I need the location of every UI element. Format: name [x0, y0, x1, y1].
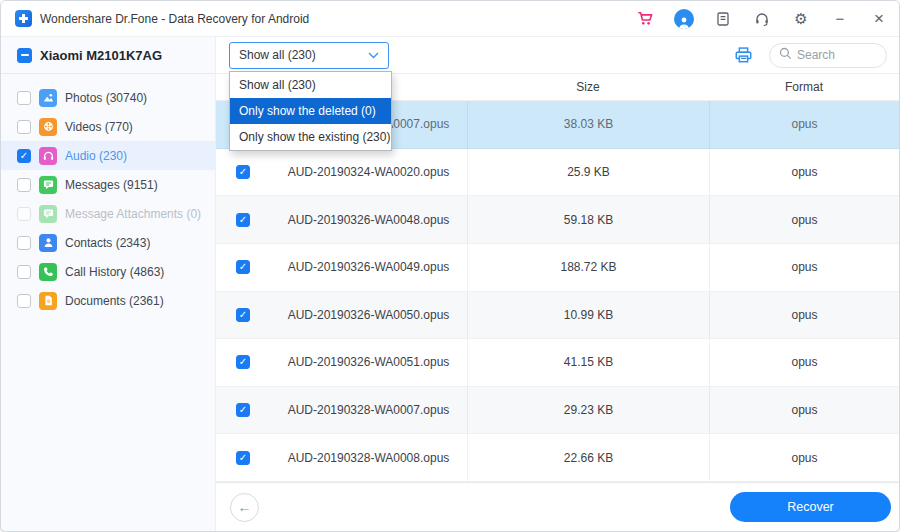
filter-dropdown-value: Show all (230) [239, 48, 316, 62]
sidebar-item-photos[interactable]: Photos (30740) [1, 83, 215, 112]
audio-icon [39, 147, 57, 165]
footer-bar: ← Recover [216, 482, 899, 531]
gear-icon[interactable]: ⚙ [791, 9, 811, 29]
table-row[interactable]: AUD-20190324-WA0020.opus25.9 KBopus [216, 149, 899, 197]
filter-dropdown[interactable]: Show all (230) [229, 42, 389, 69]
filter-menu-item[interactable]: Only show the deleted (0) [230, 98, 391, 124]
file-format: opus [709, 434, 899, 481]
file-name: AUD-20190326-WA0048.opus [270, 213, 467, 227]
table-row[interactable]: AUD-20190326-WA0051.opus41.15 KBopus [216, 339, 899, 387]
row-checkbox[interactable] [236, 213, 250, 227]
file-name: AUD-20190328-WA0007.opus [270, 403, 467, 417]
row-check-cell [216, 451, 270, 465]
category-list: Photos (30740)Videos (770)Audio (230)Mes… [1, 74, 215, 315]
row-checkbox[interactable] [236, 308, 250, 322]
messages-checkbox[interactable] [17, 178, 31, 192]
device-row: Xiaomi M2101K7AG [1, 37, 215, 74]
chevron-down-icon [368, 52, 379, 59]
sidebar-item-label: Contacts (2343) [65, 236, 150, 250]
sidebar-item-label: Call History (4863) [65, 265, 164, 279]
file-size: 41.15 KB [467, 339, 709, 386]
videos-checkbox[interactable] [17, 120, 31, 134]
device-name: Xiaomi M2101K7AG [40, 48, 162, 63]
file-name: AUD-20190326-WA0051.opus [270, 355, 467, 369]
file-format: opus [709, 292, 899, 339]
sidebar-item-documents[interactable]: Documents (2361) [1, 286, 215, 315]
back-button[interactable]: ← [230, 493, 259, 522]
file-size: 188.72 KB [467, 244, 709, 291]
row-check-cell [216, 165, 270, 179]
file-format: opus [709, 101, 899, 148]
sidebar-item-label: Videos (770) [65, 120, 133, 134]
main-body: Xiaomi M2101K7AG Photos (30740)Videos (7… [1, 37, 899, 531]
file-format: opus [709, 149, 899, 196]
sidebar-item-message-attachments[interactable]: Message Attachments (0) [1, 199, 215, 228]
file-name: AUD-20190326-WA0050.opus [270, 308, 467, 322]
search-input[interactable]: Search [769, 43, 887, 68]
file-size: 10.99 KB [467, 292, 709, 339]
table-row[interactable]: AUD-20190328-WA0008.opus22.66 KBopus [216, 434, 899, 482]
row-checkbox[interactable] [236, 355, 250, 369]
table-row[interactable]: AUD-20190326-WA0049.opus188.72 KBopus [216, 244, 899, 292]
call-icon [39, 263, 57, 281]
headset-icon[interactable] [752, 9, 772, 29]
filter-menu-item[interactable]: Only show the existing (230) [230, 124, 391, 150]
search-placeholder: Search [797, 48, 835, 62]
videos-icon [39, 118, 57, 136]
row-check-cell [216, 260, 270, 274]
table-row[interactable]: AUD-20190328-WA0007.opus29.23 KBopus [216, 387, 899, 435]
row-check-cell [216, 213, 270, 227]
sidebar-item-label: Messages (9151) [65, 178, 158, 192]
recover-button[interactable]: Recover [730, 492, 891, 522]
sidebar-item-label: Message Attachments (0) [65, 207, 201, 221]
file-table: AUD-20190324-WA0007.opus38.03 KBopusAUD-… [216, 101, 899, 482]
titlebar-icons: ⚙ − × [635, 9, 889, 29]
sidebar-item-contacts[interactable]: Contacts (2343) [1, 228, 215, 257]
cart-icon[interactable] [635, 9, 655, 29]
messages-icon [39, 176, 57, 194]
file-name: AUD-20190326-WA0049.opus [270, 260, 467, 274]
contacts-icon [39, 234, 57, 252]
file-name: AUD-20190324-WA0020.opus [270, 165, 467, 179]
sidebar-item-audio[interactable]: Audio (230) [1, 141, 215, 170]
file-format: opus [709, 196, 899, 243]
search-icon [779, 46, 792, 64]
row-checkbox[interactable] [236, 403, 250, 417]
device-checkbox[interactable] [17, 48, 32, 63]
photos-checkbox[interactable] [17, 91, 31, 105]
file-format: opus [709, 387, 899, 434]
table-row[interactable]: AUD-20190326-WA0048.opus59.18 KBopus [216, 196, 899, 244]
sidebar-item-label: Audio (230) [65, 149, 127, 163]
row-checkbox[interactable] [236, 451, 250, 465]
row-check-cell [216, 308, 270, 322]
titlebar: Wondershare Dr.Fone - Data Recovery for … [1, 1, 899, 37]
account-icon[interactable] [674, 9, 694, 29]
minimize-icon[interactable]: − [830, 9, 850, 29]
file-size: 38.03 KB [467, 101, 709, 148]
notes-icon[interactable] [713, 9, 733, 29]
sidebar-item-label: Documents (2361) [65, 294, 164, 308]
row-check-cell [216, 355, 270, 369]
file-name: AUD-20190328-WA0008.opus [270, 451, 467, 465]
documents-checkbox[interactable] [17, 294, 31, 308]
row-check-cell [216, 403, 270, 417]
contacts-checkbox[interactable] [17, 236, 31, 250]
call-history-checkbox[interactable] [17, 265, 31, 279]
row-checkbox[interactable] [236, 260, 250, 274]
column-header-format[interactable]: Format [709, 80, 899, 94]
audio-checkbox[interactable] [17, 149, 31, 163]
sidebar-item-call-history[interactable]: Call History (4863) [1, 257, 215, 286]
messages-icon [39, 205, 57, 223]
table-row[interactable]: AUD-20190326-WA0050.opus10.99 KBopus [216, 292, 899, 340]
printer-icon[interactable] [734, 46, 753, 64]
window-title: Wondershare Dr.Fone - Data Recovery for … [40, 12, 309, 26]
sidebar-item-videos[interactable]: Videos (770) [1, 112, 215, 141]
column-header-size[interactable]: Size [467, 80, 709, 94]
app-window: Wondershare Dr.Fone - Data Recovery for … [0, 0, 900, 532]
file-size: 59.18 KB [467, 196, 709, 243]
row-checkbox[interactable] [236, 165, 250, 179]
sidebar-item-messages[interactable]: Messages (9151) [1, 170, 215, 199]
filter-menu-item[interactable]: Show all (230) [230, 72, 391, 98]
photos-icon [39, 89, 57, 107]
close-icon[interactable]: × [869, 9, 889, 29]
